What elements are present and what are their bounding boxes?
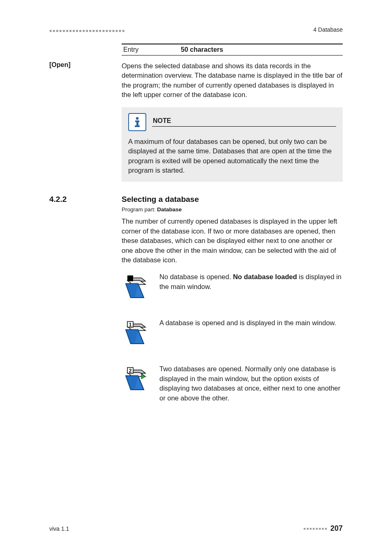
- program-part-value: Database: [157, 206, 182, 213]
- note-title: NOTE: [152, 117, 336, 125]
- svg-rect-8: [127, 275, 133, 281]
- footer-product: viva 1.1: [49, 525, 69, 532]
- open-label: [Open]: [49, 61, 71, 68]
- db-icon-text-0-bold: No database loaded: [233, 273, 297, 280]
- section-title: Selecting a database: [122, 195, 199, 204]
- db-icon-text-2: Two databases are opened. Normally only …: [159, 364, 343, 403]
- svg-text:2: 2: [129, 368, 132, 374]
- program-part-label: Program part:: [122, 206, 157, 213]
- folder-icon-two-db: 2: [122, 365, 151, 395]
- db-icon-text-0-pre: No database is opened.: [159, 273, 233, 280]
- footer-page-number: 207: [330, 524, 343, 533]
- note-body: A maximum of four databases can be opene…: [128, 137, 336, 176]
- note-box: NOTE A maximum of four databases can be …: [122, 107, 343, 182]
- section-intro: The number of currently opened databases…: [122, 217, 343, 265]
- entry-label: Entry: [123, 46, 181, 53]
- svg-rect-3: [135, 125, 140, 127]
- db-icon-text-0: No database is opened. No database loade…: [159, 272, 343, 291]
- entry-value: 50 characters: [181, 46, 223, 53]
- note-rule: [152, 126, 336, 127]
- db-icon-row-1: 1 A database is opened and is displayed …: [122, 318, 343, 350]
- header-ornament-left: ■■■■■■■■■■■■■■■■■■■■■■■: [49, 28, 125, 33]
- page-footer: viva 1.1 ■■■■■■■■ 207: [49, 524, 343, 533]
- entry-table: Entry 50 characters: [122, 44, 343, 56]
- open-paragraph: Opens the selected database and shows it…: [122, 61, 343, 100]
- section-number: 4.2.2: [49, 195, 122, 204]
- header-section-label: 4 Database: [313, 26, 343, 33]
- footer-ornament: ■■■■■■■■: [303, 527, 328, 531]
- folder-icon-one-db: 1: [122, 319, 151, 349]
- open-block: [Open] Opens the selected database and s…: [49, 61, 343, 192]
- program-part: Program part: Database: [122, 206, 343, 213]
- db-icon-row-0: No database is opened. No database loade…: [122, 272, 343, 304]
- info-icon: [128, 113, 146, 131]
- section-heading: 4.2.2 Selecting a database: [49, 195, 343, 204]
- db-icon-row-2: 2 Two databases are opened. Normally onl…: [122, 364, 343, 403]
- folder-icon-no-db: [122, 273, 151, 303]
- page: ■■■■■■■■■■■■■■■■■■■■■■■ 4 Database Entry…: [0, 0, 392, 555]
- svg-text:1: 1: [129, 322, 132, 328]
- running-header: ■■■■■■■■■■■■■■■■■■■■■■■ 4 Database: [49, 26, 343, 33]
- db-icon-text-1: A database is opened and is displayed in…: [159, 318, 343, 328]
- entry-row: Entry 50 characters: [49, 44, 343, 61]
- svg-point-0: [136, 117, 138, 119]
- svg-rect-2: [136, 120, 138, 126]
